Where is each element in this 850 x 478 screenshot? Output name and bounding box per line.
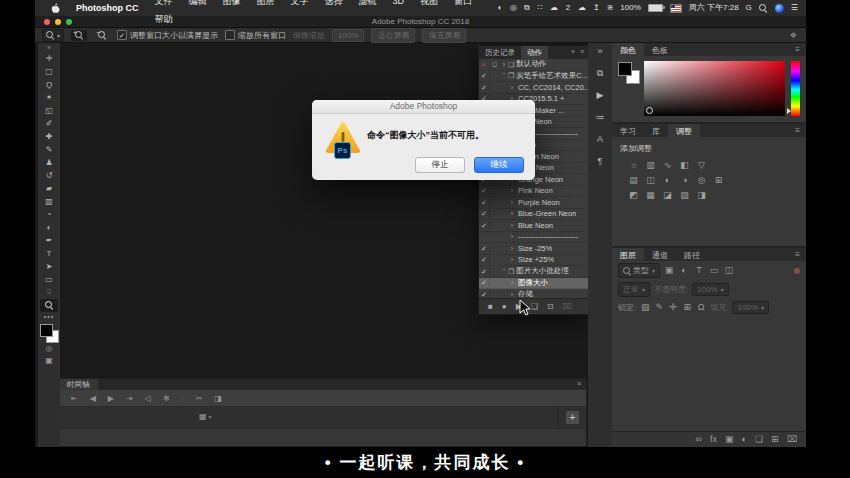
layer-effects-icon[interactable]: fx xyxy=(710,435,717,444)
apple-icon[interactable] xyxy=(43,3,68,14)
menubar-menu-item[interactable]: 编辑 xyxy=(181,0,215,6)
next-frame-icon[interactable]: ⇥ xyxy=(126,394,133,403)
tab-libraries[interactable]: 库 xyxy=(644,124,668,137)
invert-icon[interactable]: ◩ xyxy=(628,190,639,200)
toggle-item-check[interactable]: ✓ xyxy=(479,187,490,194)
frame-rate-select[interactable]: ▦ ▾ xyxy=(199,412,212,421)
action-row[interactable]: › ------------------------ xyxy=(479,232,589,244)
panel-menu-icon[interactable]: ≡ xyxy=(789,124,806,137)
toggle-item-check[interactable]: ✓ xyxy=(479,199,490,206)
actions-panel-icon[interactable]: ▶ xyxy=(591,89,609,102)
stop-playing-button[interactable]: ■ xyxy=(488,302,493,311)
battery-percent[interactable]: 100% xyxy=(620,4,640,12)
collapse-panel-icon[interactable]: » xyxy=(571,48,575,59)
crop-tool[interactable]: ◱ xyxy=(40,104,58,117)
link-layers-icon[interactable]: ∞ xyxy=(696,435,702,444)
toggle-item-check[interactable]: ✓ xyxy=(479,210,490,217)
menubar-menu-item[interactable]: 文字 xyxy=(283,0,317,6)
tab-timeline[interactable]: 时间轴 xyxy=(59,379,98,390)
cloud-icon[interactable]: ☁ xyxy=(578,4,586,12)
threshold-icon[interactable]: ◪ xyxy=(662,190,673,200)
photo-filter-icon[interactable]: ◑ xyxy=(679,175,690,185)
filter-toggle[interactable] xyxy=(794,268,800,274)
siri-icon[interactable] xyxy=(775,4,784,13)
filter-type-icon[interactable]: T xyxy=(694,266,704,275)
filter-smart-icon[interactable]: ◫ xyxy=(724,266,734,275)
filter-adjustment-icon[interactable]: ◐ xyxy=(679,266,689,275)
action-row[interactable]: ✓ › Size -25% xyxy=(479,243,589,255)
disclosure-arrow-icon[interactable]: › xyxy=(508,84,516,91)
collapse-panels-icon[interactable]: » xyxy=(591,45,609,58)
battery-icon[interactable] xyxy=(648,4,663,12)
history-brush-tool[interactable]: ↺ xyxy=(40,169,58,182)
first-frame-icon[interactable]: ⇤ xyxy=(71,394,78,403)
eyedropper-tool[interactable]: ✐ xyxy=(40,117,58,130)
zoom-out-button[interactable]: − xyxy=(94,30,110,41)
toggle-item-check[interactable]: ✓ xyxy=(479,222,490,229)
tab-adjustments[interactable]: 调整 xyxy=(668,124,700,137)
divider[interactable]: | xyxy=(182,394,184,403)
clone-stamp-tool[interactable]: ♟ xyxy=(40,156,58,169)
disclosure-arrow-icon[interactable]: › xyxy=(508,199,516,206)
color-balance-icon[interactable]: ◫ xyxy=(645,175,656,185)
lasso-tool[interactable]: Ϙ xyxy=(40,78,58,91)
toggle-item-check[interactable]: ✓ xyxy=(479,245,490,252)
toggle-item-check[interactable]: ✓ xyxy=(479,256,490,263)
action-row[interactable]: ✓ › 图像大小 xyxy=(479,278,589,290)
resize-windows-checkbox[interactable]: ✓ 调整窗口大小以满屏显示 xyxy=(117,30,218,41)
transition-icon[interactable]: ◨ xyxy=(214,394,222,403)
stop-button[interactable]: 停止 xyxy=(415,157,465,173)
menubar-menu-item[interactable]: 图层 xyxy=(249,0,283,6)
scrubby-zoom-checkbox[interactable]: 细微缩放 xyxy=(293,30,325,41)
disclosure-arrow-icon[interactable]: › xyxy=(508,245,516,252)
new-action-button[interactable]: ⊡ xyxy=(547,302,554,311)
action-row[interactable]: ✓ › Blue Neon xyxy=(479,220,589,232)
disclosure-arrow-icon[interactable]: › xyxy=(508,187,516,194)
lock-position-icon[interactable]: ✛ xyxy=(668,303,678,312)
properties-panel-icon[interactable]: ≔ xyxy=(591,111,609,124)
gradient-tool[interactable]: ▥ xyxy=(40,195,58,208)
gradient-map-icon[interactable]: ▨ xyxy=(679,190,690,200)
action-row[interactable]: ✓ › Pink Neon xyxy=(479,186,589,198)
action-row[interactable]: ✓ › 存储 xyxy=(479,289,589,298)
color-lookup-icon[interactable]: ⊞ xyxy=(713,175,724,185)
fit-screen-button[interactable]: 适合屏幕 xyxy=(371,28,415,43)
settings-icon[interactable]: ✻ xyxy=(163,394,170,403)
path-selection-tool[interactable]: ➤ xyxy=(40,260,58,273)
paragraph-panel-icon[interactable]: ¶ xyxy=(591,155,609,168)
filter-pixel-icon[interactable]: ▣ xyxy=(664,266,674,275)
tab-paths[interactable]: 路径 xyxy=(676,248,708,261)
panel-menu-icon[interactable]: ≡ xyxy=(572,379,586,390)
disclosure-arrow-icon[interactable]: › xyxy=(500,61,508,68)
levels-icon[interactable]: ▥ xyxy=(645,160,656,170)
healing-brush-tool[interactable]: ✚ xyxy=(40,130,58,143)
grid-icon[interactable]: ∷ xyxy=(537,4,543,12)
fill-screen-button[interactable]: 填充屏幕 xyxy=(422,28,466,43)
foreground-background-swatch[interactable] xyxy=(40,324,59,343)
delete-action-button[interactable]: ⌧ xyxy=(563,302,572,311)
menu-extra-icon[interactable]: ◐ xyxy=(497,4,503,12)
toggle-item-check[interactable]: ✓ xyxy=(479,291,490,298)
new-set-button[interactable]: ❏ xyxy=(531,302,538,311)
cloud-sync-icon[interactable]: ☁ xyxy=(550,4,558,12)
menubar-menu-item[interactable]: 窗口 xyxy=(446,0,480,6)
workspace-switcher-icon[interactable]: ❖ xyxy=(790,31,799,40)
zoom-100-button[interactable]: 100% xyxy=(332,29,364,42)
tab-color[interactable]: 颜色 xyxy=(612,43,644,56)
vibrance-icon[interactable]: ▽ xyxy=(696,160,707,170)
notification-center-icon[interactable]: ☰ xyxy=(791,4,798,12)
action-row[interactable]: ✓ › Size +25% xyxy=(479,255,589,267)
tab-channels[interactable]: 通道 xyxy=(644,248,676,261)
brightness-contrast-icon[interactable]: ☼ xyxy=(628,160,639,170)
layer-group-icon[interactable]: ❏ xyxy=(755,435,763,444)
lock-artboard-icon[interactable]: ⊞ xyxy=(682,303,692,312)
modal-control-icon[interactable]: ◻ xyxy=(490,61,500,67)
tab-history[interactable]: 历史记录 xyxy=(479,46,521,59)
action-row[interactable]: ✓ ˇ ❐ 炭笔手绘艺术效果C... xyxy=(479,71,589,83)
exposure-icon[interactable]: ◧ xyxy=(679,160,690,170)
update-icon[interactable]: ↥ xyxy=(593,4,600,12)
add-media-button[interactable]: + xyxy=(566,411,579,424)
brush-tool[interactable]: ✎ xyxy=(40,143,58,156)
move-tool[interactable]: ✛ xyxy=(40,52,58,65)
action-row[interactable]: ✓ › CC, CC2014, CC20... xyxy=(479,82,589,94)
